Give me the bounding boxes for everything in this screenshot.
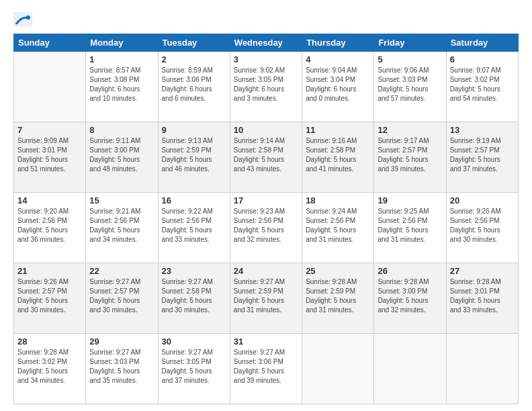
- day-number: 23: [162, 266, 226, 276]
- day-info: Sunrise: 9:13 AMSunset: 2:59 PMDaylight:…: [162, 136, 226, 174]
- day-info: Sunrise: 9:02 AMSunset: 3:05 PMDaylight:…: [234, 66, 298, 103]
- day-cell: 20Sunrise: 9:26 AMSunset: 2:56 PMDayligh…: [446, 193, 518, 263]
- day-info: Sunrise: 9:24 AMSunset: 2:56 PMDaylight:…: [306, 207, 370, 244]
- day-info: Sunrise: 9:26 AMSunset: 2:56 PMDaylight:…: [450, 207, 515, 244]
- day-number: 31: [234, 336, 298, 347]
- day-number: 13: [450, 125, 515, 135]
- day-info: Sunrise: 9:28 AMSunset: 3:02 PMDaylight:…: [17, 348, 82, 385]
- page: SundayMondayTuesdayWednesdayThursdayFrid…: [0, 0, 532, 411]
- day-number: 21: [17, 266, 82, 276]
- day-info: Sunrise: 9:28 AMSunset: 3:00 PMDaylight:…: [378, 277, 442, 315]
- week-row-1: 1Sunrise: 8:57 AMSunset: 3:08 PMDaylight…: [14, 52, 519, 122]
- day-number: 7: [17, 125, 82, 135]
- day-cell: 19Sunrise: 9:25 AMSunset: 2:56 PMDayligh…: [374, 193, 446, 263]
- logo-icon: [13, 12, 32, 27]
- svg-rect-0: [13, 12, 32, 27]
- col-header-saturday: Saturday: [446, 34, 518, 52]
- day-info: Sunrise: 9:27 AMSunset: 3:05 PMDaylight:…: [162, 348, 226, 385]
- day-cell: 11Sunrise: 9:16 AMSunset: 2:58 PMDayligh…: [302, 122, 374, 193]
- week-row-4: 21Sunrise: 9:26 AMSunset: 2:57 PMDayligh…: [14, 263, 519, 334]
- day-info: Sunrise: 9:06 AMSunset: 3:03 PMDaylight:…: [378, 66, 442, 103]
- day-number: 15: [89, 195, 154, 205]
- day-cell: 26Sunrise: 9:28 AMSunset: 3:00 PMDayligh…: [374, 263, 446, 334]
- day-info: Sunrise: 9:27 AMSunset: 2:57 PMDaylight:…: [89, 277, 154, 315]
- day-number: 5: [378, 54, 442, 64]
- week-row-3: 14Sunrise: 9:20 AMSunset: 2:56 PMDayligh…: [14, 193, 519, 263]
- day-info: Sunrise: 9:27 AMSunset: 2:58 PMDaylight:…: [162, 277, 226, 315]
- day-number: 19: [378, 195, 442, 205]
- day-cell: 31Sunrise: 9:27 AMSunset: 3:06 PMDayligh…: [230, 334, 302, 404]
- day-info: Sunrise: 9:20 AMSunset: 2:56 PMDaylight:…: [17, 207, 82, 244]
- col-header-sunday: Sunday: [14, 34, 86, 52]
- day-info: Sunrise: 8:57 AMSunset: 3:08 PMDaylight:…: [89, 66, 154, 103]
- week-row-2: 7Sunrise: 9:09 AMSunset: 3:01 PMDaylight…: [14, 122, 519, 193]
- day-cell: 24Sunrise: 9:27 AMSunset: 2:59 PMDayligh…: [230, 263, 302, 334]
- day-number: 12: [378, 125, 442, 135]
- day-cell: 12Sunrise: 9:17 AMSunset: 2:57 PMDayligh…: [374, 122, 446, 193]
- day-info: Sunrise: 9:27 AMSunset: 3:03 PMDaylight:…: [89, 348, 154, 385]
- week-row-5: 28Sunrise: 9:28 AMSunset: 3:02 PMDayligh…: [14, 334, 519, 404]
- day-info: Sunrise: 8:59 AMSunset: 3:06 PMDaylight:…: [162, 66, 226, 103]
- day-info: Sunrise: 9:22 AMSunset: 2:56 PMDaylight:…: [162, 207, 226, 244]
- header-row: SundayMondayTuesdayWednesdayThursdayFrid…: [14, 34, 519, 52]
- day-cell: 30Sunrise: 9:27 AMSunset: 3:05 PMDayligh…: [158, 334, 230, 404]
- day-cell: 3Sunrise: 9:02 AMSunset: 3:05 PMDaylight…: [230, 52, 302, 122]
- day-number: 6: [450, 54, 515, 64]
- day-info: Sunrise: 9:28 AMSunset: 2:59 PMDaylight:…: [306, 277, 370, 315]
- day-info: Sunrise: 9:04 AMSunset: 3:04 PMDaylight:…: [306, 66, 370, 103]
- day-cell: [14, 52, 86, 122]
- day-cell: 13Sunrise: 9:19 AMSunset: 2:57 PMDayligh…: [446, 122, 518, 193]
- day-number: 4: [306, 54, 370, 64]
- day-number: 25: [306, 266, 370, 276]
- col-header-monday: Monday: [86, 34, 158, 52]
- day-number: 29: [89, 336, 154, 347]
- day-cell: 21Sunrise: 9:26 AMSunset: 2:57 PMDayligh…: [14, 263, 86, 334]
- day-number: 11: [306, 125, 370, 135]
- day-info: Sunrise: 9:26 AMSunset: 2:57 PMDaylight:…: [17, 277, 82, 315]
- day-cell: 6Sunrise: 9:07 AMSunset: 3:02 PMDaylight…: [446, 52, 518, 122]
- day-cell: 5Sunrise: 9:06 AMSunset: 3:03 PMDaylight…: [374, 52, 446, 122]
- col-header-friday: Friday: [374, 34, 446, 52]
- day-cell: 16Sunrise: 9:22 AMSunset: 2:56 PMDayligh…: [158, 193, 230, 263]
- day-cell: 29Sunrise: 9:27 AMSunset: 3:03 PMDayligh…: [86, 334, 158, 404]
- logo: [13, 12, 35, 27]
- day-number: 27: [450, 266, 515, 276]
- day-number: 8: [89, 125, 154, 135]
- day-cell: 27Sunrise: 9:28 AMSunset: 3:01 PMDayligh…: [446, 263, 518, 334]
- day-cell: 28Sunrise: 9:28 AMSunset: 3:02 PMDayligh…: [14, 334, 86, 404]
- calendar-table: SundayMondayTuesdayWednesdayThursdayFrid…: [13, 34, 519, 404]
- day-cell: 1Sunrise: 8:57 AMSunset: 3:08 PMDaylight…: [86, 52, 158, 122]
- day-info: Sunrise: 9:28 AMSunset: 3:01 PMDaylight:…: [450, 277, 515, 315]
- day-cell: 17Sunrise: 9:23 AMSunset: 2:56 PMDayligh…: [230, 193, 302, 263]
- day-number: 30: [162, 336, 226, 347]
- day-info: Sunrise: 9:07 AMSunset: 3:02 PMDaylight:…: [450, 66, 515, 103]
- day-number: 22: [89, 266, 154, 276]
- day-info: Sunrise: 9:17 AMSunset: 2:57 PMDaylight:…: [378, 136, 442, 174]
- day-info: Sunrise: 9:14 AMSunset: 2:58 PMDaylight:…: [234, 136, 298, 174]
- day-number: 14: [17, 195, 82, 205]
- col-header-tuesday: Tuesday: [158, 34, 230, 52]
- day-cell: 15Sunrise: 9:21 AMSunset: 2:56 PMDayligh…: [86, 193, 158, 263]
- svg-point-1: [26, 15, 30, 19]
- day-cell: 2Sunrise: 8:59 AMSunset: 3:06 PMDaylight…: [158, 52, 230, 122]
- day-cell: 25Sunrise: 9:28 AMSunset: 2:59 PMDayligh…: [302, 263, 374, 334]
- day-info: Sunrise: 9:21 AMSunset: 2:56 PMDaylight:…: [89, 207, 154, 244]
- day-info: Sunrise: 9:09 AMSunset: 3:01 PMDaylight:…: [17, 136, 82, 174]
- day-cell: [374, 334, 446, 404]
- day-info: Sunrise: 9:25 AMSunset: 2:56 PMDaylight:…: [378, 207, 442, 244]
- day-cell: [302, 334, 374, 404]
- day-info: Sunrise: 9:23 AMSunset: 2:56 PMDaylight:…: [234, 207, 298, 244]
- day-number: 10: [234, 125, 298, 135]
- col-header-thursday: Thursday: [302, 34, 374, 52]
- day-cell: 4Sunrise: 9:04 AMSunset: 3:04 PMDaylight…: [302, 52, 374, 122]
- header: [13, 12, 519, 27]
- day-number: 3: [234, 54, 298, 64]
- day-number: 26: [378, 266, 442, 276]
- day-number: 18: [306, 195, 370, 205]
- day-number: 28: [17, 336, 82, 347]
- day-number: 16: [162, 195, 226, 205]
- day-cell: 23Sunrise: 9:27 AMSunset: 2:58 PMDayligh…: [158, 263, 230, 334]
- day-cell: 22Sunrise: 9:27 AMSunset: 2:57 PMDayligh…: [86, 263, 158, 334]
- day-number: 9: [162, 125, 226, 135]
- day-number: 17: [234, 195, 298, 205]
